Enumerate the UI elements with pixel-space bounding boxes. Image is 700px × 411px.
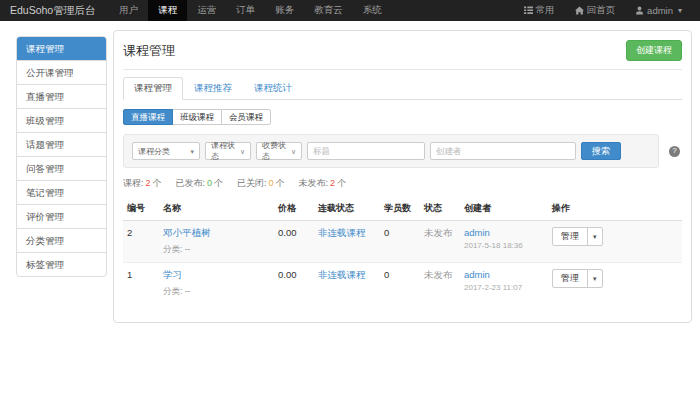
col-name: 名称: [159, 196, 274, 221]
user-icon: [635, 6, 644, 15]
col-creator: 创建者: [460, 196, 548, 221]
serial-status-link[interactable]: 非连载课程: [318, 227, 366, 238]
cell-creator: admin 2017-5-18 18:36: [460, 221, 548, 263]
sidebar-item-opencourse-manage[interactable]: 公开课管理: [17, 60, 106, 84]
cell-serial: 非连载课程: [314, 263, 380, 305]
sidebar: 课程管理 公开课管理 直播管理 班级管理 话题管理 问答管理 笔记管理 评价管理…: [16, 36, 107, 277]
course-name-link[interactable]: 邓小平植树: [163, 227, 211, 238]
caret-down-icon: ▾: [678, 6, 682, 15]
panel-header: 课程管理 创建课程: [123, 31, 682, 70]
sidebar-item-note-manage[interactable]: 笔记管理: [17, 180, 106, 204]
manage-button-label[interactable]: 管理: [553, 270, 587, 287]
cell-price: 0.00: [274, 221, 314, 263]
col-price: 价格: [274, 196, 314, 221]
col-id: 编号: [123, 196, 159, 221]
chevron-down-icon: ∨: [291, 148, 296, 155]
question-glyph: ?: [672, 147, 676, 155]
tab-course-manage[interactable]: 课程管理: [123, 77, 183, 100]
course-name-link[interactable]: 学习: [163, 269, 182, 280]
col-students: 学员数: [380, 196, 420, 221]
sidebar-item-tag-manage[interactable]: 标签管理: [17, 252, 106, 276]
caret-down-icon: ▾: [190, 148, 194, 155]
nav-home[interactable]: 回首页: [565, 0, 626, 21]
created-date: 2017-5-18 18:36: [464, 241, 544, 250]
filter-row: 课程分类 ▾ 课程状态 ∨ 收费状态 ∨ 搜索 ?: [123, 134, 682, 168]
creator-link[interactable]: admin: [464, 227, 490, 238]
cell-status: 未发布: [420, 263, 460, 305]
nav-item-operations[interactable]: 运营: [187, 0, 226, 21]
col-serial-status: 连载状态: [314, 196, 380, 221]
nav-username: admin: [647, 5, 673, 16]
stat-closed-value: 0: [269, 178, 274, 188]
cell-name: 学习 分类: --: [159, 263, 274, 305]
nav-item-finance[interactable]: 账务: [265, 0, 304, 21]
cell-serial: 非连载课程: [314, 221, 380, 263]
nav-user-menu[interactable]: admin ▾: [625, 0, 692, 21]
stat-published-value: 0: [207, 178, 212, 188]
sidebar-item-course-manage[interactable]: 课程管理: [17, 37, 106, 60]
cell-actions: 管理 ▾: [548, 263, 682, 305]
brand-logo[interactable]: EduSoho管理后台: [0, 0, 109, 21]
stat-unpublished: 未发布: 2 个: [299, 177, 347, 190]
cell-actions: 管理 ▾: [548, 221, 682, 263]
title-search-input[interactable]: [307, 142, 425, 160]
course-status-select[interactable]: 课程状态 ∨: [205, 142, 251, 160]
category-select-value: 课程分类: [138, 146, 170, 157]
home-icon: [575, 6, 584, 15]
tab-course-recommend[interactable]: 课程推荐: [183, 77, 243, 100]
nav-item-users[interactable]: 用户: [109, 0, 148, 21]
pill-live-course[interactable]: 直播课程: [123, 109, 173, 125]
nav-item-courses[interactable]: 课程: [148, 0, 187, 21]
course-category: 分类: --: [163, 244, 270, 256]
stat-total-value: 2: [146, 178, 151, 188]
sidebar-item-topic-manage[interactable]: 话题管理: [17, 132, 106, 156]
sidebar-item-qa-manage[interactable]: 问答管理: [17, 156, 106, 180]
creator-link[interactable]: admin: [464, 269, 490, 280]
sidebar-item-class-manage[interactable]: 班级管理: [17, 108, 106, 132]
col-actions: 操作: [548, 196, 682, 221]
table-row: 1 学习 分类: -- 0.00 非连载课程 0 未发布 admin 2017-…: [123, 263, 682, 305]
course-stats: 课程: 2 个 已发布: 0 个 已关闭: 0 个 未发布: 2 个: [123, 177, 682, 190]
cell-id: 1: [123, 263, 159, 305]
sidebar-item-review-manage[interactable]: 评价管理: [17, 204, 106, 228]
nav-item-system[interactable]: 系统: [353, 0, 392, 21]
sidebar-item-category-manage[interactable]: 分类管理: [17, 228, 106, 252]
course-type-filter: 直播课程 班级课程 会员课程: [123, 109, 682, 125]
pill-vip-course[interactable]: 会员课程: [221, 109, 271, 125]
manage-button-label[interactable]: 管理: [553, 228, 587, 245]
page-title: 课程管理: [123, 42, 175, 60]
pill-class-course[interactable]: 班级课程: [172, 109, 222, 125]
category-select[interactable]: 课程分类 ▾: [132, 142, 200, 160]
caret-down-icon[interactable]: ▾: [587, 228, 602, 245]
cell-creator: admin 2017-2-23 11:07: [460, 263, 548, 305]
create-course-button[interactable]: 创建课程: [626, 40, 682, 61]
serial-status-link[interactable]: 非连载课程: [318, 269, 366, 280]
nav-quick-access[interactable]: 常用: [514, 0, 565, 21]
caret-down-icon[interactable]: ▾: [587, 270, 602, 287]
search-filter-bar: 课程分类 ▾ 课程状态 ∨ 收费状态 ∨ 搜索: [123, 134, 659, 168]
sidebar-item-live-manage[interactable]: 直播管理: [17, 84, 106, 108]
tab-bar: 课程管理 课程推荐 课程统计: [123, 77, 682, 100]
stat-closed: 已关闭: 0 个: [237, 177, 285, 190]
chevron-down-icon: ∨: [240, 148, 245, 155]
nav-item-educloud[interactable]: 教育云: [304, 0, 353, 21]
tab-course-statistics[interactable]: 课程统计: [243, 77, 303, 100]
main-panel: 课程管理 创建课程 课程管理 课程推荐 课程统计 直播课程 班级课程 会员课程 …: [113, 30, 692, 323]
main-menu: 用户 课程 运营 订单 账务 教育云 系统: [109, 0, 392, 21]
navbar-right: 常用 回首页 admin ▾: [514, 0, 700, 21]
stat-published: 已发布: 0 个: [176, 177, 224, 190]
creator-search-input[interactable]: [430, 142, 576, 160]
col-status: 状态: [420, 196, 460, 221]
search-button[interactable]: 搜索: [581, 142, 621, 160]
cell-price: 0.00: [274, 263, 314, 305]
stat-unpublished-value: 2: [330, 178, 335, 188]
help-icon[interactable]: ?: [669, 146, 680, 157]
course-category: 分类: --: [163, 286, 270, 298]
stat-total: 课程: 2 个: [123, 177, 162, 190]
cell-id: 2: [123, 221, 159, 263]
cell-name: 邓小平植树 分类: --: [159, 221, 274, 263]
nav-item-orders[interactable]: 订单: [226, 0, 265, 21]
created-date: 2017-2-23 11:07: [464, 283, 544, 292]
table-header-row: 编号 名称 价格 连载状态 学员数 状态 创建者 操作: [123, 196, 682, 221]
fee-status-select[interactable]: 收费状态 ∨: [256, 142, 302, 160]
